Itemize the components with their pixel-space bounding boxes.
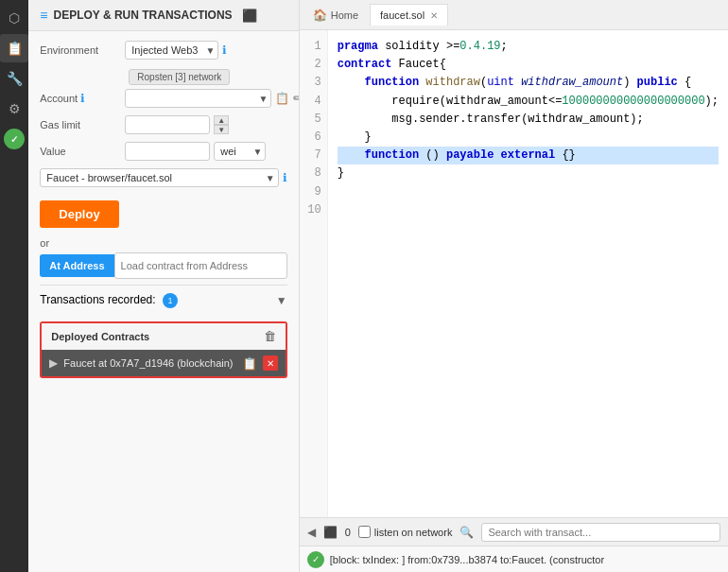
listen-network-label: listen on network: [374, 527, 453, 538]
home-icon: 🏠: [313, 9, 327, 22]
network-badge: Ropsten [3] network: [129, 69, 230, 85]
line-numbers: 1 2 3 4 5 6 7 8 9 10: [300, 30, 328, 517]
panel-title: DEPLOY & RUN TRANSACTIONS: [53, 9, 232, 22]
contract-row: Faucet - browser/faucet.sol ▼ ℹ: [40, 168, 286, 187]
listen-network-checkbox[interactable]: [358, 526, 371, 538]
sidebar-icon-tools[interactable]: 🔧: [0, 64, 28, 93]
unit-select-wrapper: wei ▼: [214, 142, 266, 161]
search-icon[interactable]: 🔍: [459, 526, 474, 539]
gaslimit-down-btn[interactable]: ▼: [214, 125, 229, 134]
gaslimit-input[interactable]: 3000000: [125, 115, 210, 134]
code-line-5: msg.sender.transfer(withdraw_amount);: [338, 111, 719, 129]
code-line-7: function () payable external {}: [338, 147, 719, 165]
panel-title-icon: ⬛: [242, 9, 257, 23]
unit-select[interactable]: wei: [214, 142, 266, 161]
or-text: or: [40, 237, 286, 249]
left-panel: ≡ DEPLOY & RUN TRANSACTIONS ⬛ Environmen…: [28, 0, 299, 572]
transactions-row: Transactions recorded: 1 ▼: [40, 285, 286, 316]
panel-header: ≡ DEPLOY & RUN TRANSACTIONS ⬛: [28, 0, 298, 31]
search-input[interactable]: [481, 523, 720, 542]
code-line-10: [338, 201, 719, 219]
deployed-contract-item: ▶ Faucet at 0x7A7_d1946 (blockchain) 📋 ✕: [42, 350, 285, 376]
gaslimit-control: 3000000 ▲ ▼: [125, 115, 286, 134]
status-block-icon[interactable]: ⬛: [323, 526, 338, 539]
account-select-wrapper: 0x739...b3874 (0.999 ▼: [125, 89, 271, 108]
panel-body: Environment Injected Web3 ▼ ℹ Ropsten [3…: [28, 31, 298, 572]
transactions-badge: 1: [163, 293, 178, 308]
verify-circle: ✓: [4, 129, 25, 149]
contract-expand-icon[interactable]: ▶: [49, 356, 58, 370]
log-success-icon: ✓: [307, 551, 324, 568]
environment-label: Environment: [40, 44, 125, 56]
environment-select-wrapper: Injected Web3 ▼: [125, 41, 218, 60]
contract-info-icon[interactable]: ℹ: [283, 171, 287, 184]
sidebar-icon-deploy[interactable]: 📋: [0, 34, 28, 62]
tab-close-icon[interactable]: ✕: [430, 10, 438, 21]
tab-home[interactable]: 🏠 Home: [303, 3, 368, 27]
code-line-8: }: [338, 165, 719, 182]
value-control: 0 wei ▼: [125, 142, 286, 161]
account-row: Account ℹ 0x739...b3874 (0.999 ▼ 📋 ✏: [40, 89, 286, 108]
listen-network-row: listen on network: [358, 526, 453, 538]
account-copy-icon[interactable]: 📋: [275, 92, 289, 105]
search-bar: [481, 523, 720, 542]
deployed-contract-close-icon[interactable]: ✕: [263, 355, 278, 371]
tab-home-label: Home: [331, 9, 358, 21]
sidebar: ⬡ 📋 🔧 ⚙ ✓: [0, 0, 28, 572]
tab-bar: 🏠 Home faucet.sol ✕: [300, 0, 728, 30]
account-info-icon[interactable]: ℹ: [80, 92, 85, 105]
environment-select[interactable]: Injected Web3: [125, 41, 218, 60]
transactions-chevron-icon[interactable]: ▼: [276, 294, 287, 307]
code-content[interactable]: pragma solidity >=0.4.19; contract Fauce…: [328, 30, 728, 517]
code-line-2: contract Faucet{: [338, 56, 719, 74]
panel-header-icon: ≡: [40, 8, 47, 23]
log-text: [block: txIndex: ] from:0x739...b3874 to…: [330, 554, 604, 565]
log-bar: ✓ [block: txIndex: ] from:0x739...b3874 …: [300, 546, 728, 572]
address-input[interactable]: [114, 252, 287, 279]
gaslimit-spinner: ▲ ▼: [214, 115, 229, 134]
status-count: 0: [345, 527, 351, 538]
environment-control: Injected Web3 ▼ ℹ: [125, 41, 286, 60]
value-row: Value 0 wei ▼: [40, 142, 286, 161]
sidebar-icon-plugin[interactable]: ⬡: [0, 4, 28, 32]
deployed-contracts-header: Deployed Contracts 🗑: [42, 323, 285, 350]
tab-faucet-sol[interactable]: faucet.sol ✕: [370, 4, 448, 26]
deployed-contracts-section: Deployed Contracts 🗑 ▶ Faucet at 0x7A7_d…: [40, 321, 286, 378]
at-address-button[interactable]: At Address: [40, 254, 113, 277]
gaslimit-row: Gas limit 3000000 ▲ ▼: [40, 115, 286, 134]
environment-info-icon[interactable]: ℹ: [222, 43, 227, 57]
gaslimit-up-btn[interactable]: ▲: [214, 115, 229, 125]
contract-select-wrapper: Faucet - browser/faucet.sol ▼: [40, 168, 278, 187]
deployed-contracts-title: Deployed Contracts: [51, 331, 149, 342]
code-line-3: function withdraw(uint withdraw_amount) …: [338, 74, 719, 92]
code-line-1: pragma solidity >=0.4.19;: [338, 38, 719, 56]
sidebar-icon-settings[interactable]: ⚙: [0, 95, 28, 123]
value-input[interactable]: 0: [125, 142, 210, 161]
value-label: Value: [40, 146, 125, 157]
transactions-label: Transactions recorded: 1: [40, 293, 178, 308]
account-control: 0x739...b3874 (0.999 ▼ 📋 ✏: [125, 89, 299, 108]
deploy-button[interactable]: Deploy: [40, 200, 118, 228]
code-line-9: [338, 183, 719, 201]
sidebar-icon-verify[interactable]: ✓: [0, 125, 28, 153]
code-line-6: }: [338, 129, 719, 147]
code-line-4: require(withdraw_amount<=100000000000000…: [338, 93, 719, 111]
account-label: Account ℹ: [40, 92, 125, 105]
right-panel: 🏠 Home faucet.sol ✕ 1 2 3 4 5 6 7 8 9 10…: [300, 0, 728, 572]
status-back-icon[interactable]: ◀: [307, 526, 316, 539]
environment-row: Environment Injected Web3 ▼ ℹ: [40, 41, 286, 60]
status-bar: ◀ ⬛ 0 listen on network 🔍: [300, 517, 728, 546]
code-editor: 1 2 3 4 5 6 7 8 9 10 pragma solidity >=0…: [300, 30, 728, 517]
deployed-contract-name: Faucet at 0x7A7_d1946 (blockchain): [63, 357, 235, 369]
tab-file-label: faucet.sol: [380, 9, 425, 21]
deployed-contract-copy-icon[interactable]: 📋: [242, 356, 257, 371]
at-address-row: At Address: [40, 252, 286, 279]
gaslimit-label: Gas limit: [40, 119, 125, 130]
contract-select[interactable]: Faucet - browser/faucet.sol: [40, 168, 278, 187]
account-input[interactable]: 0x739...b3874 (0.999: [125, 89, 271, 108]
deployed-contracts-trash-icon[interactable]: 🗑: [264, 329, 276, 343]
